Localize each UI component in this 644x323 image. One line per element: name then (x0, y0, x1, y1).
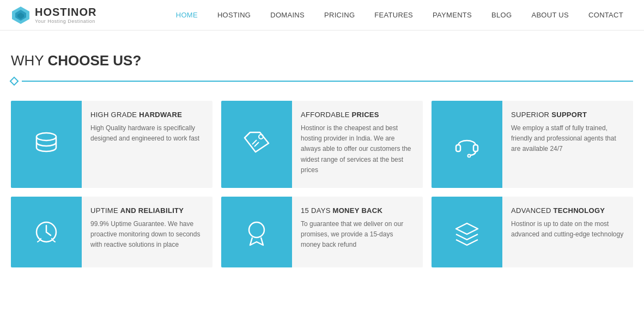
clock-icon (30, 216, 63, 248)
card-technology: ADVANCED TECHNOLOGY Hostinor is up to da… (432, 197, 633, 267)
features-grid: HIGH GRADE HARDWARE High Quality hardwar… (11, 101, 633, 267)
layers-icon (451, 216, 483, 248)
svg-rect-5 (456, 145, 460, 151)
card-content-technology: ADVANCED TECHNOLOGY Hostinor is up to da… (502, 197, 633, 267)
divider-diamond (10, 77, 19, 86)
card-title-uptime: UPTIME AND RELIABILITY (90, 206, 204, 215)
card-content-hardware: HIGH GRADE HARDWARE High Quality hardwar… (82, 101, 212, 188)
card-icon-box-prices (221, 101, 292, 188)
svg-point-3 (37, 133, 56, 141)
nav-hosting[interactable]: HOSTING (208, 0, 260, 31)
divider-rule (22, 81, 633, 82)
card-desc-technology: Hostinor is up to date on the most advan… (511, 219, 624, 240)
nav-contact[interactable]: CONTACT (579, 0, 633, 31)
card-hardware: HIGH GRADE HARDWARE High Quality hardwar… (11, 101, 212, 188)
logo-text-area: HOSTINOR Your Hosting Destination (35, 6, 97, 24)
card-icon-box-moneyback (221, 197, 292, 267)
card-support: SUPERIOR SUPPORT We employ a staff of fu… (432, 101, 633, 188)
card-title-hardware: HIGH GRADE HARDWARE (90, 111, 204, 119)
nav-domains[interactable]: DOMAINS (260, 0, 314, 31)
header: HOSTINOR Your Hosting Destination HOME H… (0, 0, 644, 31)
badge-icon (240, 216, 273, 248)
section-divider (11, 78, 633, 84)
card-icon-box-support (432, 101, 502, 188)
card-desc-uptime: 99.9% Uptime Guarantee. We have proactiv… (90, 219, 204, 251)
price-tag-icon (240, 128, 273, 161)
logo-title: HOSTINOR (35, 6, 97, 19)
card-moneyback: 15 DAYS MONEY BACK To guarantee that we … (221, 197, 423, 267)
card-prices: AFFORDABLE PRICES Hostinor is the cheape… (221, 101, 423, 188)
svg-point-7 (468, 155, 471, 157)
card-title-prices: AFFORDABLE PRICES (301, 111, 414, 119)
card-content-uptime: UPTIME AND RELIABILITY 99.9% Uptime Guar… (82, 197, 212, 267)
card-desc-support: We employ a staff of fully trained, frie… (511, 123, 624, 155)
card-desc-prices: Hostinor is the cheapest and best hostin… (301, 123, 414, 175)
svg-rect-6 (473, 145, 478, 151)
nav-features[interactable]: FEATURES (364, 0, 423, 31)
card-icon-box-technology (432, 197, 502, 267)
card-title-support: SUPERIOR SUPPORT (511, 111, 624, 119)
logo-subtitle: Your Hosting Destination (35, 19, 97, 24)
nav-pricing[interactable]: PRICING (314, 0, 364, 31)
nav-payments[interactable]: PAYMENTS (423, 0, 482, 31)
card-desc-moneyback: To guarantee that we deliver on our prom… (301, 219, 414, 251)
card-content-moneyback: 15 DAYS MONEY BACK To guarantee that we … (292, 197, 423, 267)
svg-point-9 (249, 222, 264, 237)
main-content: WHY CHOOSE US? HIGH GRADE HARDWARE High … (0, 31, 644, 267)
headset-icon (451, 128, 483, 161)
card-desc-hardware: High Quality hardware is specifically de… (90, 123, 204, 144)
main-nav: HOME HOSTING DOMAINS PRICING FEATURES PA… (120, 0, 633, 31)
logo-area: HOSTINOR Your Hosting Destination (11, 5, 120, 25)
database-icon (30, 128, 63, 161)
logo-icon (11, 5, 31, 25)
card-icon-box-hardware (11, 101, 82, 188)
card-uptime: UPTIME AND RELIABILITY 99.9% Uptime Guar… (11, 197, 212, 267)
card-title-moneyback: 15 DAYS MONEY BACK (301, 206, 414, 215)
nav-blog[interactable]: BLOG (482, 0, 521, 31)
card-content-prices: AFFORDABLE PRICES Hostinor is the cheape… (292, 101, 423, 188)
card-content-support: SUPERIOR SUPPORT We employ a staff of fu… (502, 101, 633, 188)
section-title: WHY CHOOSE US? (11, 52, 633, 69)
nav-about[interactable]: ABOUT US (521, 0, 579, 31)
card-icon-box-uptime (11, 197, 82, 267)
card-title-technology: ADVANCED TECHNOLOGY (511, 206, 624, 215)
nav-home[interactable]: HOME (166, 0, 208, 31)
